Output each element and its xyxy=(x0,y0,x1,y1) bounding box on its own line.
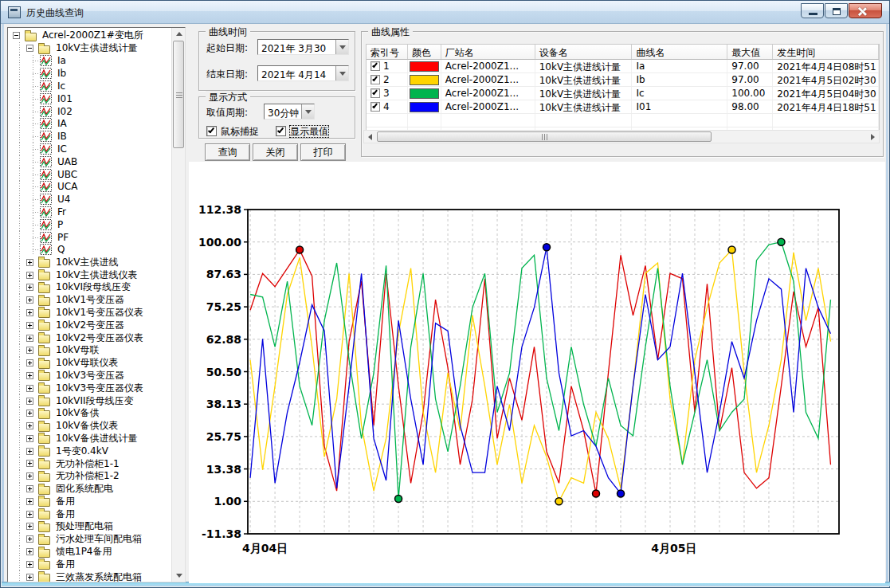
tree-item[interactable]: 无功补偿柜1-1 xyxy=(8,457,171,470)
tree-item[interactable]: P xyxy=(8,218,171,231)
expand-icon[interactable] xyxy=(26,410,33,417)
tree-item[interactable]: 10kV主供进线计量 xyxy=(8,42,171,55)
end-date-dropdown-button[interactable] xyxy=(335,66,348,80)
tree-item[interactable]: 10kV备供进线计量 xyxy=(8,433,171,445)
tree-item[interactable]: 10kV2号变压器仪表 xyxy=(8,331,171,344)
row-checkbox[interactable] xyxy=(371,102,380,112)
tree-item[interactable]: 1号变0.4kV xyxy=(8,445,171,457)
tree-item[interactable]: 备用 xyxy=(8,495,171,508)
expand-icon[interactable] xyxy=(26,498,33,505)
expand-icon[interactable] xyxy=(26,561,33,568)
expand-icon[interactable] xyxy=(26,472,33,480)
tree-item[interactable]: 10kV主供进线 xyxy=(8,256,171,269)
expand-icon[interactable] xyxy=(26,548,33,555)
print-button[interactable]: 打印 xyxy=(300,143,346,161)
tree-item[interactable]: IB xyxy=(8,130,171,143)
table-row[interactable]: 1Acrel-2000Z1...10kV主供进线计量Ia97.002021年4月… xyxy=(367,60,879,73)
tree-item[interactable]: Ic xyxy=(8,80,171,92)
tree-item[interactable]: 10kV1号变压器仪表 xyxy=(8,307,171,319)
tree-item[interactable]: 馈电1P4备用 xyxy=(8,546,171,559)
expand-icon[interactable] xyxy=(26,535,33,543)
mouse-capture-checkbox[interactable] xyxy=(206,126,217,136)
tree-item[interactable]: IA xyxy=(8,118,171,131)
column-header-1[interactable]: 颜色 xyxy=(408,45,441,59)
expand-icon[interactable] xyxy=(26,272,33,279)
tree-item[interactable]: 10kV母联仪表 xyxy=(8,357,171,370)
tree-item[interactable]: Ib xyxy=(8,67,171,80)
tree-item[interactable]: 污水处理车间配电箱 xyxy=(8,533,171,546)
mouse-capture-label[interactable]: 鼠标捕捉 xyxy=(221,126,259,137)
column-header-6[interactable]: 发生时间 xyxy=(773,45,879,59)
tree-item[interactable]: 10kV1号变压器 xyxy=(8,294,171,307)
tree-item[interactable]: 备用 xyxy=(8,558,171,570)
tree-item[interactable]: UAB xyxy=(8,155,171,168)
tree-item[interactable]: Acrel-2000Z1#变电所 xyxy=(8,29,171,42)
tree-item[interactable]: U4 xyxy=(8,193,171,206)
collapse-icon[interactable] xyxy=(26,45,33,52)
tree-item[interactable]: 10kV3号变压器 xyxy=(8,370,171,382)
expand-icon[interactable] xyxy=(26,460,33,467)
expand-icon[interactable] xyxy=(26,309,33,316)
table-scrollbar[interactable] xyxy=(363,130,880,143)
expand-icon[interactable] xyxy=(26,322,33,329)
expand-icon[interactable] xyxy=(26,347,33,354)
tree-scroll-up-button[interactable] xyxy=(172,28,186,40)
column-header-2[interactable]: 厂站名 xyxy=(441,45,535,59)
period-select[interactable]: 30分钟 xyxy=(264,104,315,120)
tree-scrollbar[interactable] xyxy=(171,28,185,582)
tree-item[interactable]: 10kV母联 xyxy=(8,344,171,357)
tree-item[interactable]: Q xyxy=(8,244,171,257)
table-row[interactable]: 2Acrel-2000Z1...10kV主供进线计量Ib97.002021年4月… xyxy=(367,73,879,87)
column-header-4[interactable]: 曲线名 xyxy=(632,45,727,59)
expand-icon[interactable] xyxy=(26,523,33,530)
end-date-select[interactable]: 2021年 4月14 xyxy=(257,65,349,81)
expand-icon[interactable] xyxy=(26,335,33,342)
start-date-dropdown-button[interactable] xyxy=(335,40,348,54)
column-header-0[interactable]: 索引号 xyxy=(367,45,408,59)
tree-scroll-down-button[interactable] xyxy=(172,570,186,582)
close-button[interactable] xyxy=(849,3,882,18)
tree-item[interactable]: 备用 xyxy=(8,508,171,520)
tree-item[interactable]: Ia xyxy=(8,55,171,68)
table-scroll-thumb[interactable] xyxy=(377,131,712,142)
expand-icon[interactable] xyxy=(26,284,33,291)
column-header-5[interactable]: 最大值 xyxy=(727,45,773,59)
tree-item[interactable]: PF xyxy=(8,231,171,244)
expand-icon[interactable] xyxy=(26,359,33,367)
tree-item[interactable]: 10kV备供仪表 xyxy=(8,420,171,433)
tree-item[interactable]: I02 xyxy=(8,105,171,118)
period-dropdown-button[interactable] xyxy=(301,104,314,119)
column-header-3[interactable]: 设备名 xyxy=(535,45,633,59)
query-button[interactable]: 查询 xyxy=(205,143,250,161)
table-scroll-left-button[interactable] xyxy=(364,131,376,143)
table-row[interactable]: 3Acrel-2000Z1...10kV主供进线计量Ic100.002021年4… xyxy=(367,87,879,100)
show-extremes-checkbox[interactable] xyxy=(276,126,286,136)
expand-icon[interactable] xyxy=(26,435,33,442)
start-date-select[interactable]: 2021年 3月30 xyxy=(257,39,349,55)
table-scroll-right-button[interactable] xyxy=(867,131,879,143)
expand-icon[interactable] xyxy=(26,511,33,518)
table-row[interactable]: 4Acrel-2000Z1...10kV主供进线计量I0198.002021年4… xyxy=(367,100,879,114)
tree-item[interactable]: UBC xyxy=(8,168,171,181)
expand-icon[interactable] xyxy=(26,296,33,304)
expand-icon[interactable] xyxy=(26,385,33,392)
tree-item[interactable]: 固化系统配电 xyxy=(8,483,171,496)
tree-item[interactable]: IC xyxy=(8,143,171,155)
tree-item[interactable]: 10kV3号变压器仪表 xyxy=(8,382,171,394)
row-checkbox[interactable] xyxy=(371,75,380,84)
tree-item[interactable]: 10kV备供 xyxy=(8,407,171,420)
maximize-button[interactable] xyxy=(825,3,848,18)
tree-item[interactable]: 10kVII段母线压变 xyxy=(8,394,171,407)
tree-item[interactable]: I01 xyxy=(8,92,171,105)
expand-icon[interactable] xyxy=(26,485,33,492)
show-extremes-label[interactable]: 显示最值 xyxy=(290,126,328,137)
expand-icon[interactable] xyxy=(26,372,33,379)
tree-item[interactable]: 预处理配电箱 xyxy=(8,520,171,533)
history-curve-chart[interactable]: 112.38100.0087.6375.2562.8850.5038.1325.… xyxy=(189,162,885,583)
expand-icon[interactable] xyxy=(26,574,33,581)
expand-icon[interactable] xyxy=(26,398,33,405)
row-checkbox[interactable] xyxy=(371,88,380,98)
tree-item[interactable]: 三效蒸发系统配电箱 xyxy=(8,570,171,582)
tree-item[interactable]: 10kV2号变压器 xyxy=(8,319,171,331)
tree-item[interactable]: 10kVI段母线压变 xyxy=(8,281,171,294)
